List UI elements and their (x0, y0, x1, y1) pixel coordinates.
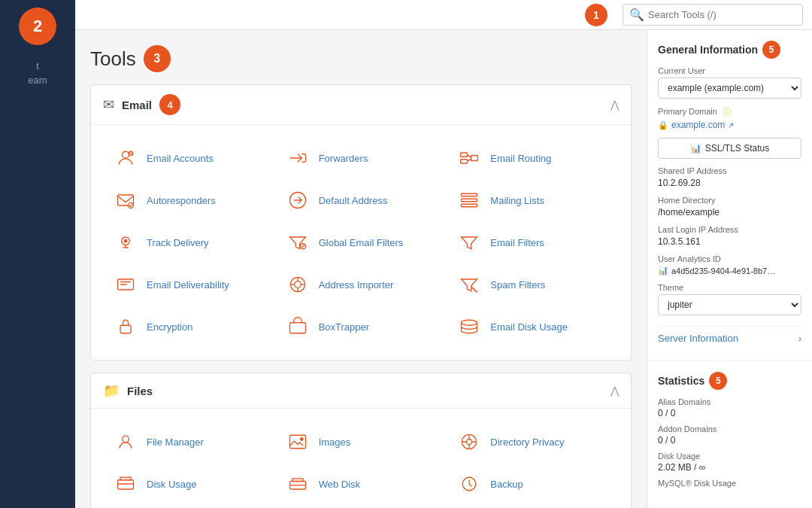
primary-domain-link[interactable]: 🔒 example.com ↗ (658, 120, 801, 130)
disk-usage-icon (112, 470, 139, 497)
email-routing-label: Email Routing (490, 153, 551, 164)
tool-default-address[interactable]: Default Address (275, 179, 447, 221)
email-section-title: Email (122, 99, 152, 111)
home-dir-value: /home/example (658, 207, 801, 217)
tool-address-importer[interactable]: Address Importer (275, 263, 447, 306)
svg-rect-30 (289, 435, 305, 449)
last-login-label: Last Login IP Address (658, 225, 801, 234)
email-tools-grid: Email Accounts Forwarders (91, 125, 631, 360)
search-input[interactable] (648, 9, 796, 20)
search-badge: 1 (585, 4, 607, 26)
email-disk-usage-label: Email Disk Usage (490, 321, 568, 333)
topbar: 1 🔍 (75, 0, 812, 30)
mysql-disk-label: MySQL® Disk Usage (658, 479, 801, 488)
directory-privacy-label: Directory Privacy (490, 437, 564, 448)
boxtrapper-label: BoxTrapper (319, 321, 369, 333)
address-importer-label: Address Importer (319, 279, 394, 291)
disk-usage-label: Disk Usage (658, 452, 801, 461)
email-deliverability-label: Email Deliverability (147, 279, 229, 291)
svg-rect-12 (462, 199, 477, 202)
global-email-filters-icon (284, 229, 311, 256)
web-disk-icon (284, 470, 311, 497)
tool-email-filters[interactable]: Email Filters (447, 221, 619, 263)
tool-file-manager[interactable]: File Manager (103, 421, 275, 463)
svg-rect-4 (461, 160, 468, 163)
tool-global-email-filters[interactable]: Global Email Filters (275, 221, 447, 263)
disk-usage-value: 2.02 MB / ∞ (658, 462, 801, 473)
statistics-title: Statistics (658, 375, 704, 387)
forwarders-icon (284, 144, 311, 172)
tool-web-disk[interactable]: Web Disk (275, 463, 447, 505)
theme-label: Theme (658, 283, 801, 292)
autoresponders-icon (112, 187, 139, 214)
tool-git-version-control[interactable]: Git™ Version Control (275, 505, 447, 508)
email-badge: 4 (159, 94, 180, 115)
email-deliverability-icon (112, 271, 139, 298)
sidebar-item-t-label: t (36, 60, 39, 71)
track-delivery-icon (112, 229, 139, 256)
svg-rect-39 (120, 477, 131, 480)
mailing-lists-icon (456, 187, 483, 214)
tool-directory-privacy[interactable]: Directory Privacy (447, 421, 619, 463)
general-info-title: General Information (658, 44, 758, 56)
server-info-row[interactable]: Server Information › (658, 326, 801, 350)
tool-backup[interactable]: Backup (447, 463, 619, 505)
files-section-title: Files (127, 385, 153, 397)
tool-track-delivery[interactable]: Track Delivery (103, 221, 275, 263)
spam-filters-label: Spam Filters (490, 279, 545, 291)
primary-domain-label: Primary Domain ⓘ (658, 106, 801, 117)
forwarders-label: Forwarders (319, 153, 368, 164)
files-section-header[interactable]: 📁 Files ⋀ (91, 373, 631, 409)
tool-spam-filters[interactable]: Spam Filters (447, 263, 619, 306)
boxtrapper-icon (284, 313, 311, 340)
current-user-select[interactable]: example (example.com) (658, 78, 801, 99)
files-tools-grid: File Manager Images (91, 409, 631, 508)
statistics-title-row: Statistics 5 (658, 372, 801, 390)
page-title: Tools (90, 47, 136, 71)
email-disk-usage-icon (456, 313, 483, 340)
tool-email-routing[interactable]: Email Routing (447, 137, 619, 179)
encryption-label: Encryption (147, 321, 192, 333)
tool-mailing-lists[interactable]: Mailing Lists (447, 179, 619, 221)
email-icon: ✉ (103, 96, 114, 113)
primary-domain-info-icon: ⓘ (723, 107, 731, 116)
home-dir-label: Home Directory (658, 196, 801, 205)
svg-rect-13 (462, 204, 477, 207)
tool-email-accounts[interactable]: Email Accounts (103, 137, 275, 179)
web-disk-label: Web Disk (319, 479, 360, 490)
tool-email-deliverability[interactable]: Email Deliverability (103, 263, 275, 306)
general-info-section: General Information 5 Current User examp… (647, 30, 812, 361)
tool-email-disk-usage[interactable]: Email Disk Usage (447, 306, 619, 348)
files-section: 📁 Files ⋀ File Manager (90, 373, 632, 508)
tool-boxtrapper[interactable]: BoxTrapper (275, 306, 447, 348)
tool-backup-wizard[interactable]: Backup Wizard (103, 505, 275, 508)
sidebar-logo[interactable]: 2 (19, 8, 56, 45)
svg-rect-41 (292, 479, 303, 482)
analytics-label: User Analytics ID (658, 254, 801, 263)
ssl-chart-icon: 📊 (690, 143, 701, 154)
directory-privacy-icon (456, 428, 483, 455)
email-routing-icon (456, 144, 483, 172)
svg-rect-3 (461, 153, 468, 157)
email-section-header[interactable]: ✉ Email 4 ⋀ (91, 85, 631, 125)
mailing-lists-label: Mailing Lists (490, 195, 544, 206)
server-info-chevron-icon: › (798, 333, 801, 344)
sidebar-item-eam[interactable]: eam (28, 75, 47, 86)
tool-images[interactable]: Images (275, 421, 447, 463)
email-accounts-label: Email Accounts (147, 153, 214, 164)
tool-disk-usage[interactable]: Disk Usage (103, 463, 275, 505)
server-info-label: Server Information (658, 333, 738, 344)
spam-filters-icon (456, 271, 483, 298)
addon-domains-label: Addon Domains (658, 424, 801, 433)
svg-rect-5 (471, 156, 478, 161)
tool-autoresponders[interactable]: Autoresponders (103, 179, 275, 221)
global-email-filters-label: Global Email Filters (319, 237, 404, 248)
default-address-label: Default Address (319, 195, 388, 206)
tool-encryption[interactable]: Encryption (103, 306, 275, 348)
files-section-title-row: 📁 Files (103, 382, 153, 399)
tool-forwarders[interactable]: Forwarders (275, 137, 447, 179)
theme-select[interactable]: jupiter (658, 294, 801, 315)
ssl-button[interactable]: 📊 SSL/TLS Status (658, 138, 801, 159)
sidebar-item-t[interactable]: t (36, 60, 39, 71)
images-label: Images (319, 437, 351, 448)
